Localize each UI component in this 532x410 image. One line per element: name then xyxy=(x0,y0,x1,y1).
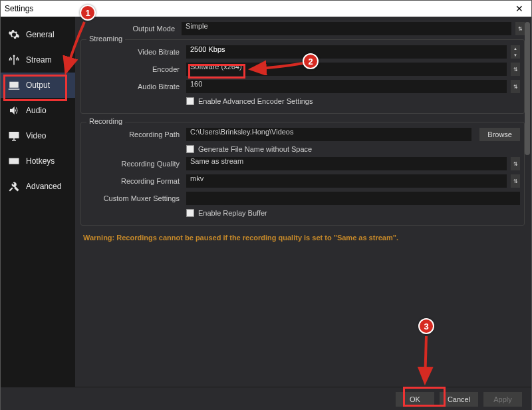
annotation-badge-3: 3 xyxy=(418,318,434,334)
sidebar-item-label: Video xyxy=(26,131,46,140)
sidebar-item-stream[interactable]: Stream xyxy=(1,47,75,73)
speaker-icon xyxy=(7,104,21,117)
sidebar-item-hotkeys[interactable]: Hotkeys xyxy=(1,148,75,174)
recording-format-label: Recording Format xyxy=(85,177,186,185)
enable-advanced-checkbox[interactable]: Enable Advanced Encoder Settings xyxy=(186,97,313,105)
gear-icon xyxy=(7,28,21,41)
annotation-badge-2: 2 xyxy=(303,53,319,69)
sidebar-item-label: Audio xyxy=(26,106,47,115)
tools-icon xyxy=(7,180,21,193)
recording-quality-label: Recording Quality xyxy=(85,160,186,168)
custom-muxer-input[interactable] xyxy=(186,192,520,205)
checkbox-box[interactable] xyxy=(186,97,194,105)
sidebar-item-output[interactable]: Output xyxy=(1,73,75,98)
window-body: General Stream Output Audio Video Hotkey… xyxy=(1,17,531,387)
sidebar: General Stream Output Audio Video Hotkey… xyxy=(1,17,75,387)
enable-advanced-label: Enable Advanced Encoder Settings xyxy=(198,97,313,105)
chevron-updown-icon[interactable]: ⇅ xyxy=(511,174,520,188)
gen-name-label: Generate File Name without Space xyxy=(198,145,312,153)
chevron-updown-icon[interactable]: ⇅ xyxy=(511,157,520,170)
audio-bitrate-select[interactable]: 160 xyxy=(186,80,507,93)
output-icon xyxy=(7,79,21,92)
settings-window: Settings ✕ General Stream Output Audio xyxy=(0,0,532,410)
sidebar-item-label: General xyxy=(26,30,55,39)
close-icon[interactable]: ✕ xyxy=(511,3,527,14)
antenna-icon xyxy=(7,53,21,67)
video-bitrate-spinner[interactable]: ▲▼ xyxy=(511,45,520,59)
chevron-updown-icon[interactable]: ⇅ xyxy=(511,80,520,93)
recording-group: Recording Recording Path C:\Users\Brinks… xyxy=(80,122,525,226)
video-bitrate-input[interactable]: 2500 Kbps xyxy=(186,45,507,59)
monitor-icon xyxy=(7,129,21,142)
encoder-select[interactable]: Software (x264) xyxy=(186,63,507,76)
sidebar-item-label: Stream xyxy=(26,55,52,65)
sidebar-item-label: Output xyxy=(26,81,50,90)
sidebar-item-advanced[interactable]: Advanced xyxy=(1,174,75,199)
custom-muxer-label: Custom Muxer Settings xyxy=(85,194,186,202)
scrollbar-thumb[interactable] xyxy=(525,22,530,155)
annotation-badge-1: 1 xyxy=(80,5,96,21)
sidebar-item-video[interactable]: Video xyxy=(1,123,75,148)
sidebar-item-label: Hotkeys xyxy=(26,156,55,166)
chevron-updown-icon[interactable]: ⇅ xyxy=(511,63,520,76)
enable-replay-label: Enable Replay Buffer xyxy=(198,209,267,217)
output-mode-row: Output Mode Simple ⇅ xyxy=(80,22,525,35)
keyboard-icon xyxy=(7,154,21,168)
checkbox-box[interactable] xyxy=(186,145,194,153)
output-mode-label: Output Mode xyxy=(80,25,182,33)
streaming-group: Streaming Video Bitrate 2500 Kbps ▲▼ Enc… xyxy=(80,39,525,114)
apply-button: Apply xyxy=(483,392,522,407)
warning-text: Warning: Recordings cannot be paused if … xyxy=(83,234,522,242)
enable-replay-checkbox[interactable]: Enable Replay Buffer xyxy=(186,209,267,217)
browse-button[interactable]: Browse xyxy=(479,128,520,141)
recording-path-label: Recording Path xyxy=(85,130,186,138)
bottom-bar: OK Cancel Apply xyxy=(1,387,531,410)
cancel-button[interactable]: Cancel xyxy=(440,392,478,407)
recording-format-select[interactable]: mkv xyxy=(186,174,507,188)
recording-group-title: Recording xyxy=(86,117,125,125)
sidebar-item-label: Advanced xyxy=(26,182,61,191)
video-bitrate-label: Video Bitrate xyxy=(85,48,186,56)
checkbox-box[interactable] xyxy=(186,209,194,217)
gen-name-checkbox[interactable]: Generate File Name without Space xyxy=(186,145,312,153)
recording-quality-select[interactable]: Same as stream xyxy=(186,157,507,170)
output-mode-select[interactable]: Simple xyxy=(182,22,511,35)
content-area: Output Mode Simple ⇅ Streaming Video Bit… xyxy=(75,17,531,387)
sidebar-item-general[interactable]: General xyxy=(1,22,75,47)
streaming-group-title: Streaming xyxy=(86,35,125,43)
audio-bitrate-label: Audio Bitrate xyxy=(85,83,186,91)
encoder-label: Encoder xyxy=(85,65,186,73)
recording-path-input[interactable]: C:\Users\Brinksley.Hong\Videos xyxy=(186,128,471,141)
chevron-updown-icon[interactable]: ⇅ xyxy=(515,22,525,35)
ok-button[interactable]: OK xyxy=(396,392,434,407)
sidebar-item-audio[interactable]: Audio xyxy=(1,98,75,123)
window-title: Settings xyxy=(5,4,33,13)
